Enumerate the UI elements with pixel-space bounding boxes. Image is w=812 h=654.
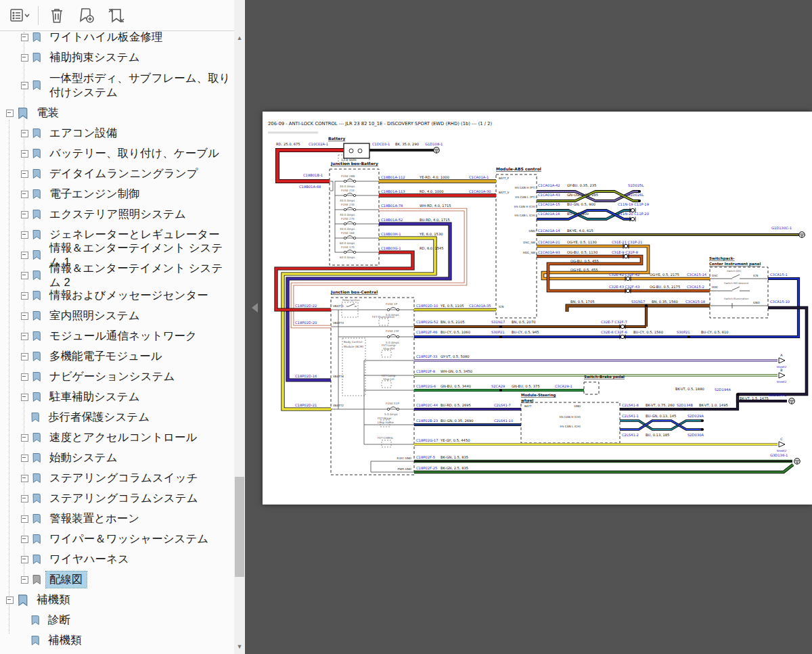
bookmark-item[interactable]: エクステリア照明システム — [0, 204, 234, 225]
bookmark-item[interactable]: 補助拘束システム — [0, 47, 234, 68]
expand-box-icon[interactable] — [21, 495, 28, 503]
expand-box-icon[interactable] — [21, 556, 28, 563]
expand-box-icon[interactable] — [6, 597, 14, 604]
svg-text:OG-YE, 0.5, 455: OG-YE, 0.5, 455 — [570, 268, 598, 272]
bookmark-item[interactable]: 診断 — [0, 610, 234, 630]
bookmark-item[interactable]: 補機類 — [0, 630, 234, 651]
bookmark-item[interactable]: エアコン設備 — [0, 123, 234, 143]
bookmark-item[interactable]: ワイパー＆ワッシャーシステム — [0, 529, 234, 549]
bookmark-item[interactable]: 室内照明システム — [0, 306, 234, 326]
goto-current-bookmark-icon[interactable] — [105, 5, 128, 26]
bookmark-label: 補機類 — [45, 632, 85, 648]
expand-box-icon[interactable] — [21, 272, 28, 279]
expand-box-icon[interactable] — [21, 576, 28, 584]
expand-box-icon[interactable] — [21, 312, 28, 320]
bookmark-item[interactable]: ステアリングコラムスイッチ — [0, 468, 234, 488]
svg-text:BK-GN, 2.5, 835: BK-GN, 2.5, 835 — [441, 466, 468, 470]
expand-box-icon[interactable] — [21, 82, 28, 89]
bookmark-item[interactable]: モジュール通信ネットワーク — [0, 326, 234, 346]
bookmark-item[interactable]: 情報＆エンターテイメント システム 2 — [0, 265, 234, 285]
bookmark-label: 警報装置とホーン — [46, 511, 143, 526]
bookmark-icon — [31, 80, 42, 91]
bookmarks-toolbar — [0, 0, 234, 31]
scroll-up-arrow[interactable]: ▲ — [234, 32, 245, 43]
expand-box-icon[interactable] — [21, 434, 28, 442]
svg-text:C1CA01A-35: C1CA01A-35 — [469, 304, 491, 308]
svg-text:ELEC GND: ELEC GND — [397, 457, 411, 460]
bookmark-options-icon[interactable] — [8, 5, 31, 26]
svg-text:C32E-42 C32F-42: C32E-42 C32F-42 — [609, 273, 639, 277]
svg-text:FET-CHMSL: FET-CHMSL — [378, 436, 394, 440]
bookmark-item[interactable]: ナビゲーションシステム — [0, 367, 234, 387]
bookmark-item[interactable]: 始動システム — [0, 448, 234, 468]
scroll-down-arrow[interactable]: ▼ — [234, 641, 245, 652]
bookmark-item[interactable]: ステアリングコラムシステム — [0, 488, 234, 509]
expand-box-icon[interactable] — [21, 333, 28, 340]
bookmark-item[interactable]: 一体型ボディ、サブフレーム、取り付けシステム — [0, 68, 234, 103]
panel-collapse-handle[interactable] — [252, 303, 258, 312]
expand-box-icon[interactable] — [21, 475, 28, 482]
expand-box-icon[interactable] — [21, 292, 28, 300]
expand-box-icon[interactable] — [21, 515, 28, 523]
svg-text:OG-BU, 0.5, 1130: OG-BU, 0.5, 1130 — [567, 250, 597, 254]
bookmark-item[interactable]: 電子エンジン制御 — [0, 184, 234, 204]
svg-text:S31N17: S31N17 — [491, 320, 505, 324]
svg-text:VBATT4: VBATT4 — [333, 375, 344, 378]
svg-text:RD, 25.0, 675: RD, 25.0, 675 — [276, 142, 300, 146]
bookmark-icon — [30, 615, 41, 626]
expand-box-icon[interactable] — [21, 454, 28, 462]
bookmark-icon — [31, 310, 42, 321]
bookmark-item[interactable]: ワイヤハーネス — [0, 549, 234, 569]
bookmark-item[interactable]: 警報装置とホーン — [0, 509, 234, 529]
svg-text:VBATT2: VBATT2 — [333, 404, 344, 407]
svg-text:C2LS41-1: C2LS41-1 — [622, 414, 639, 418]
svg-text:G3D154-1: G3D154-1 — [769, 393, 786, 397]
svg-text:HS CAN L (CH): HS CAN L (CH) — [515, 214, 536, 217]
svg-text:C1CA01A-43: C1CA01A-43 — [538, 193, 560, 197]
expand-box-icon[interactable] — [21, 252, 28, 259]
sidebar-scrollbar-thumb[interactable] — [235, 477, 244, 577]
bookmark-item[interactable]: バッテリー、取り付け、ケーブル — [0, 143, 234, 164]
svg-text:Sheet2: Sheet2 — [777, 380, 787, 383]
svg-text:C3CA15-2: C3CA15-2 — [687, 285, 704, 289]
expand-box-icon[interactable] — [21, 34, 28, 41]
svg-text:S31N17: S31N17 — [631, 300, 645, 304]
expand-box-icon[interactable] — [21, 54, 28, 62]
expand-box-icon[interactable] — [6, 110, 14, 117]
expand-box-icon[interactable] — [21, 150, 28, 158]
bookmark-item[interactable]: 補機類 — [0, 590, 234, 610]
bookmark-item[interactable]: 速度とアクセルコントロール — [0, 427, 234, 448]
bookmark-item[interactable]: 多機能電子モジュール — [0, 346, 234, 367]
svg-text:YE-RD, 4.0, 1000: YE-RD, 4.0, 1000 — [419, 175, 449, 179]
expand-box-icon[interactable] — [21, 353, 28, 360]
svg-text:C11N-19 C11P-19: C11N-19 C11P-19 — [618, 202, 649, 206]
expand-box-icon[interactable] — [21, 191, 28, 198]
bookmark-item[interactable]: 歩行者保護システム — [0, 407, 234, 427]
expand-box-icon[interactable] — [21, 231, 28, 239]
bookmark-icon — [31, 473, 42, 484]
expand-box-icon[interactable] — [21, 394, 28, 401]
expand-box-icon[interactable] — [21, 130, 28, 137]
svg-text:YE, 0.5, 1105: YE, 0.5, 1105 — [440, 304, 464, 308]
svg-text:BU-GN, 0.13, 145: BU-GN, 0.13, 145 — [646, 414, 676, 418]
svg-text:FUSE 21E: FUSE 21E — [341, 189, 355, 192]
bookmark-icon — [31, 189, 42, 200]
bookmark-item[interactable]: デイタイムランニングランプ — [0, 164, 234, 184]
bookmark-item[interactable]: 配線図 — [0, 569, 234, 590]
new-bookmark-icon[interactable] — [75, 5, 98, 26]
bookmark-icon — [31, 513, 42, 524]
svg-text:C1CA01A-42: C1CA01A-42 — [538, 183, 560, 187]
bookmark-item[interactable]: 駐車補助システム — [0, 387, 234, 407]
expand-box-icon[interactable] — [21, 536, 28, 543]
svg-text:C18P02D-20: C18P02D-20 — [295, 321, 317, 325]
bookmark-item[interactable]: 電装 — [0, 103, 234, 123]
expand-box-icon[interactable] — [21, 170, 28, 178]
expand-box-icon[interactable] — [21, 211, 28, 218]
bookmark-item[interactable]: 情報およびメッセージセンター — [0, 285, 234, 306]
bookmark-item[interactable]: ワイトハイル板金修理 — [0, 32, 234, 47]
delete-bookmark-icon[interactable] — [45, 5, 68, 26]
bookmark-icon — [31, 148, 42, 159]
expand-box-icon[interactable] — [21, 373, 28, 381]
bookmark-label: モジュール通信ネットワーク — [46, 328, 200, 344]
svg-text:GN-BU, 0.5, 3440: GN-BU, 0.5, 3440 — [441, 384, 471, 388]
